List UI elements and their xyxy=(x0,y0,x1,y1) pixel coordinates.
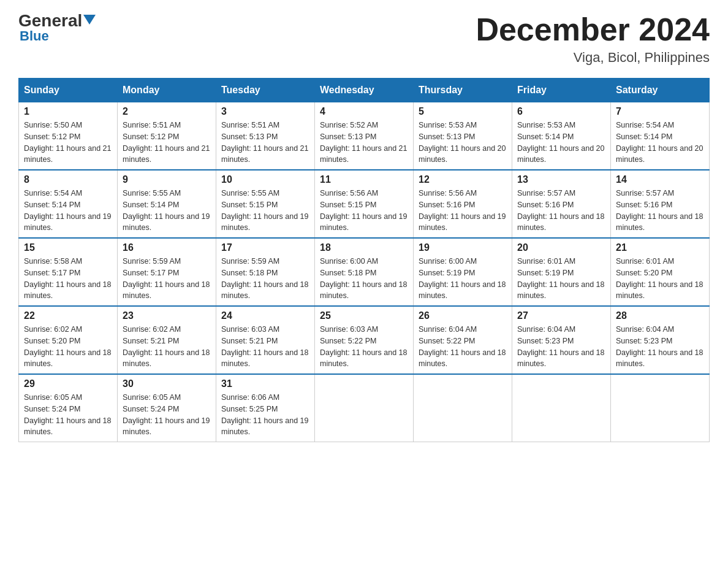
page-header: General Blue December 2024 Viga, Bicol, … xyxy=(18,12,710,66)
day-number: 21 xyxy=(616,242,704,253)
day-info: Sunrise: 5:51 AM Sunset: 5:13 PM Dayligh… xyxy=(221,120,309,166)
day-info: Sunrise: 5:52 AM Sunset: 5:13 PM Dayligh… xyxy=(320,120,408,166)
day-number: 20 xyxy=(517,242,605,253)
day-number: 1 xyxy=(24,106,112,117)
calendar-cell: 25 Sunrise: 6:03 AM Sunset: 5:22 PM Dayl… xyxy=(315,306,414,374)
day-info: Sunrise: 6:02 AM Sunset: 5:20 PM Dayligh… xyxy=(24,324,112,370)
day-info: Sunrise: 5:51 AM Sunset: 5:12 PM Dayligh… xyxy=(123,120,211,166)
day-info: Sunrise: 5:55 AM Sunset: 5:14 PM Dayligh… xyxy=(123,188,211,234)
calendar-cell: 27 Sunrise: 6:04 AM Sunset: 5:23 PM Dayl… xyxy=(512,306,611,374)
day-info: Sunrise: 5:58 AM Sunset: 5:17 PM Dayligh… xyxy=(24,256,112,302)
day-info: Sunrise: 5:59 AM Sunset: 5:17 PM Dayligh… xyxy=(123,256,211,302)
day-number: 30 xyxy=(123,378,211,389)
calendar-cell xyxy=(611,374,710,442)
day-number: 12 xyxy=(419,174,507,185)
calendar-cell: 23 Sunrise: 6:02 AM Sunset: 5:21 PM Dayl… xyxy=(118,306,216,374)
title-section: December 2024 Viga, Bicol, Philippines xyxy=(476,12,710,66)
day-info: Sunrise: 6:04 AM Sunset: 5:23 PM Dayligh… xyxy=(517,324,605,370)
day-number: 23 xyxy=(123,310,211,321)
calendar-cell: 30 Sunrise: 6:05 AM Sunset: 5:24 PM Dayl… xyxy=(118,374,216,442)
day-number: 8 xyxy=(24,174,112,185)
day-number: 18 xyxy=(320,242,408,253)
day-number: 26 xyxy=(419,310,507,321)
day-info: Sunrise: 5:54 AM Sunset: 5:14 PM Dayligh… xyxy=(24,188,112,234)
day-info: Sunrise: 5:56 AM Sunset: 5:16 PM Dayligh… xyxy=(419,188,507,234)
calendar-week-row-5: 29 Sunrise: 6:05 AM Sunset: 5:24 PM Dayl… xyxy=(19,374,710,442)
calendar-cell: 7 Sunrise: 5:54 AM Sunset: 5:14 PM Dayli… xyxy=(611,102,710,170)
calendar-title: December 2024 xyxy=(476,12,710,47)
day-info: Sunrise: 5:57 AM Sunset: 5:16 PM Dayligh… xyxy=(616,188,704,234)
calendar-cell: 14 Sunrise: 5:57 AM Sunset: 5:16 PM Dayl… xyxy=(611,170,710,238)
calendar-cell: 19 Sunrise: 6:00 AM Sunset: 5:19 PM Dayl… xyxy=(414,238,512,306)
calendar-cell: 26 Sunrise: 6:04 AM Sunset: 5:22 PM Dayl… xyxy=(414,306,512,374)
calendar-table: SundayMondayTuesdayWednesdayThursdayFrid… xyxy=(18,78,710,442)
day-info: Sunrise: 5:53 AM Sunset: 5:14 PM Dayligh… xyxy=(517,120,605,166)
day-info: Sunrise: 5:53 AM Sunset: 5:13 PM Dayligh… xyxy=(419,120,507,166)
day-info: Sunrise: 5:59 AM Sunset: 5:18 PM Dayligh… xyxy=(221,256,309,302)
calendar-cell: 28 Sunrise: 6:04 AM Sunset: 5:23 PM Dayl… xyxy=(611,306,710,374)
calendar-header-tuesday: Tuesday xyxy=(216,79,315,102)
calendar-cell: 17 Sunrise: 5:59 AM Sunset: 5:18 PM Dayl… xyxy=(216,238,315,306)
calendar-cell xyxy=(315,374,414,442)
day-number: 15 xyxy=(24,242,112,253)
calendar-cell xyxy=(414,374,512,442)
calendar-cell: 3 Sunrise: 5:51 AM Sunset: 5:13 PM Dayli… xyxy=(216,102,315,170)
calendar-header-wednesday: Wednesday xyxy=(315,79,414,102)
calendar-cell: 11 Sunrise: 5:56 AM Sunset: 5:15 PM Dayl… xyxy=(315,170,414,238)
calendar-subtitle: Viga, Bicol, Philippines xyxy=(476,50,710,66)
day-number: 3 xyxy=(221,106,309,117)
day-info: Sunrise: 5:54 AM Sunset: 5:14 PM Dayligh… xyxy=(616,120,704,166)
day-info: Sunrise: 6:06 AM Sunset: 5:25 PM Dayligh… xyxy=(221,392,309,438)
logo-blue: Blue xyxy=(20,28,49,44)
day-number: 19 xyxy=(419,242,507,253)
calendar-week-row-4: 22 Sunrise: 6:02 AM Sunset: 5:20 PM Dayl… xyxy=(19,306,710,374)
day-number: 5 xyxy=(419,106,507,117)
calendar-cell: 24 Sunrise: 6:03 AM Sunset: 5:21 PM Dayl… xyxy=(216,306,315,374)
calendar-cell: 6 Sunrise: 5:53 AM Sunset: 5:14 PM Dayli… xyxy=(512,102,611,170)
calendar-week-row-2: 8 Sunrise: 5:54 AM Sunset: 5:14 PM Dayli… xyxy=(19,170,710,238)
calendar-header-monday: Monday xyxy=(118,79,216,102)
day-info: Sunrise: 6:00 AM Sunset: 5:19 PM Dayligh… xyxy=(419,256,507,302)
logo: General Blue xyxy=(18,12,96,44)
calendar-cell: 5 Sunrise: 5:53 AM Sunset: 5:13 PM Dayli… xyxy=(414,102,512,170)
day-info: Sunrise: 6:05 AM Sunset: 5:24 PM Dayligh… xyxy=(123,392,211,438)
day-info: Sunrise: 6:00 AM Sunset: 5:18 PM Dayligh… xyxy=(320,256,408,302)
day-info: Sunrise: 6:05 AM Sunset: 5:24 PM Dayligh… xyxy=(24,392,112,438)
day-number: 29 xyxy=(24,378,112,389)
calendar-cell: 20 Sunrise: 6:01 AM Sunset: 5:19 PM Dayl… xyxy=(512,238,611,306)
calendar-cell: 16 Sunrise: 5:59 AM Sunset: 5:17 PM Dayl… xyxy=(118,238,216,306)
day-info: Sunrise: 6:04 AM Sunset: 5:22 PM Dayligh… xyxy=(419,324,507,370)
day-info: Sunrise: 6:01 AM Sunset: 5:20 PM Dayligh… xyxy=(616,256,704,302)
day-info: Sunrise: 5:55 AM Sunset: 5:15 PM Dayligh… xyxy=(221,188,309,234)
day-info: Sunrise: 6:01 AM Sunset: 5:19 PM Dayligh… xyxy=(517,256,605,302)
day-info: Sunrise: 6:02 AM Sunset: 5:21 PM Dayligh… xyxy=(123,324,211,370)
day-number: 10 xyxy=(221,174,309,185)
day-info: Sunrise: 5:50 AM Sunset: 5:12 PM Dayligh… xyxy=(24,120,112,166)
calendar-week-row-1: 1 Sunrise: 5:50 AM Sunset: 5:12 PM Dayli… xyxy=(19,102,710,170)
logo-triangle-icon xyxy=(83,15,96,25)
calendar-header-saturday: Saturday xyxy=(611,79,710,102)
day-number: 6 xyxy=(517,106,605,117)
calendar-cell xyxy=(512,374,611,442)
day-number: 25 xyxy=(320,310,408,321)
day-info: Sunrise: 5:56 AM Sunset: 5:15 PM Dayligh… xyxy=(320,188,408,234)
calendar-cell: 29 Sunrise: 6:05 AM Sunset: 5:24 PM Dayl… xyxy=(19,374,118,442)
day-info: Sunrise: 6:03 AM Sunset: 5:21 PM Dayligh… xyxy=(221,324,309,370)
calendar-header-row: SundayMondayTuesdayWednesdayThursdayFrid… xyxy=(19,79,710,102)
day-number: 2 xyxy=(123,106,211,117)
day-number: 16 xyxy=(123,242,211,253)
calendar-cell: 31 Sunrise: 6:06 AM Sunset: 5:25 PM Dayl… xyxy=(216,374,315,442)
calendar-cell: 2 Sunrise: 5:51 AM Sunset: 5:12 PM Dayli… xyxy=(118,102,216,170)
day-number: 24 xyxy=(221,310,309,321)
day-number: 27 xyxy=(517,310,605,321)
day-info: Sunrise: 6:03 AM Sunset: 5:22 PM Dayligh… xyxy=(320,324,408,370)
day-number: 22 xyxy=(24,310,112,321)
day-number: 9 xyxy=(123,174,211,185)
day-number: 17 xyxy=(221,242,309,253)
day-number: 7 xyxy=(616,106,704,117)
day-info: Sunrise: 6:04 AM Sunset: 5:23 PM Dayligh… xyxy=(616,324,704,370)
calendar-cell: 13 Sunrise: 5:57 AM Sunset: 5:16 PM Dayl… xyxy=(512,170,611,238)
calendar-cell: 15 Sunrise: 5:58 AM Sunset: 5:17 PM Dayl… xyxy=(19,238,118,306)
calendar-cell: 10 Sunrise: 5:55 AM Sunset: 5:15 PM Dayl… xyxy=(216,170,315,238)
calendar-cell: 8 Sunrise: 5:54 AM Sunset: 5:14 PM Dayli… xyxy=(19,170,118,238)
